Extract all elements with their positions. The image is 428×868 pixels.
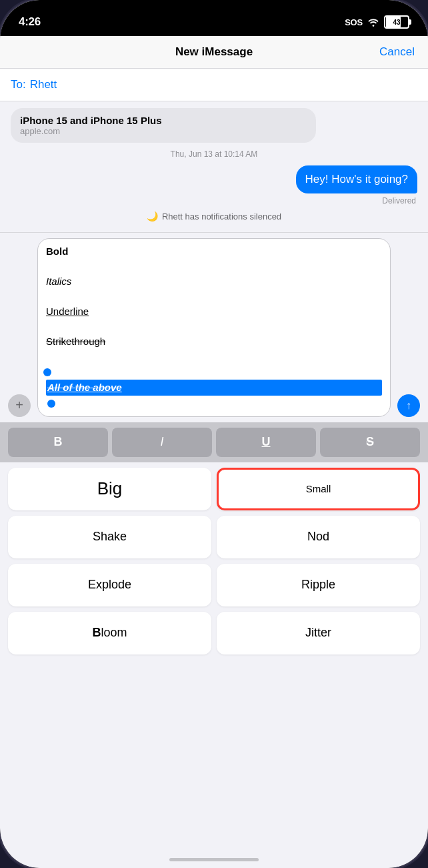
delivered-status: Delivered bbox=[11, 196, 417, 205]
text-line-strikethrough: Strikethrough bbox=[46, 334, 382, 350]
text-line-bold: Bold bbox=[46, 244, 382, 260]
phone-frame: 4:26 SOS 43 New iMessage Cancel To: bbox=[0, 0, 428, 868]
send-button[interactable]: ↑ bbox=[397, 394, 420, 417]
effect-nod-button[interactable]: Nod bbox=[217, 516, 420, 558]
nav-title: New iMessage bbox=[175, 45, 253, 59]
underline-format-label: U bbox=[262, 435, 271, 449]
bold-format-button[interactable]: B bbox=[8, 428, 108, 457]
effect-explode-label: Explode bbox=[88, 578, 131, 592]
battery-icon: 43 bbox=[384, 15, 409, 29]
to-field[interactable]: To: Rhett bbox=[0, 69, 428, 101]
format-toolbar: B I U S bbox=[0, 422, 428, 462]
cancel-button[interactable]: Cancel bbox=[379, 45, 415, 59]
italic-format-label: I bbox=[160, 435, 163, 449]
effect-ripple-button[interactable]: Ripple bbox=[217, 564, 420, 606]
notifications-silenced-notice: 🌙 Rhett has notifications silenced bbox=[11, 211, 417, 222]
cursor-end bbox=[47, 400, 55, 408]
sos-label: SOS bbox=[345, 17, 363, 27]
effect-shake-button[interactable]: Shake bbox=[8, 516, 211, 558]
text-line-italics: Italics bbox=[46, 274, 382, 290]
strikethrough-format-button[interactable]: S bbox=[320, 428, 420, 457]
text-line-all: All of the above bbox=[46, 380, 382, 396]
cursor-start bbox=[43, 368, 51, 376]
underline-format-button[interactable]: U bbox=[216, 428, 316, 457]
text-line-underline: Underline bbox=[46, 304, 382, 320]
silenced-text: Rhett has notifications silenced bbox=[162, 211, 281, 222]
effect-explode-button[interactable]: Explode bbox=[8, 564, 211, 606]
suggestion-title: iPhone 15 and iPhone 15 Plus bbox=[20, 115, 307, 126]
effects-grid: Big Small Shake Nod Explode Ripple bbox=[0, 462, 428, 660]
home-indicator bbox=[169, 858, 259, 861]
notch bbox=[172, 0, 256, 24]
chat-suggestion: iPhone 15 and iPhone 15 Plus apple.com bbox=[11, 108, 316, 143]
effect-ripple-label: Ripple bbox=[301, 578, 335, 592]
strikethrough-format-label: S bbox=[366, 435, 374, 449]
effect-bloom-label: Bloom bbox=[92, 626, 127, 640]
effect-big-label: Big bbox=[97, 478, 123, 499]
italic-format-button[interactable]: I bbox=[112, 428, 212, 457]
battery-level: 43 bbox=[393, 19, 400, 26]
effect-nod-label: Nod bbox=[307, 530, 329, 544]
plus-button[interactable]: + bbox=[8, 394, 31, 417]
input-area: + Bold Italics Underline Strikethrough A… bbox=[0, 232, 428, 422]
suggestion-subtitle: apple.com bbox=[20, 126, 307, 136]
effect-small-button[interactable]: Small bbox=[217, 468, 420, 510]
phone-screen: 4:26 SOS 43 New iMessage Cancel To: bbox=[0, 0, 428, 868]
message-text-content: Bold Italics Underline Strikethrough All… bbox=[46, 244, 382, 411]
effect-jitter-button[interactable]: Jitter bbox=[217, 612, 420, 655]
to-label: To: bbox=[11, 78, 26, 91]
bold-format-label: B bbox=[54, 435, 63, 449]
chat-area: iPhone 15 and iPhone 15 Plus apple.com T… bbox=[0, 101, 428, 232]
outgoing-message: Hey! How's it going? bbox=[11, 165, 417, 193]
message-input-box[interactable]: Bold Italics Underline Strikethrough All… bbox=[37, 238, 391, 417]
status-right-icons: SOS 43 bbox=[345, 15, 409, 29]
status-time: 4:26 bbox=[19, 15, 41, 29]
wifi-icon bbox=[367, 17, 379, 27]
effect-shake-label: Shake bbox=[93, 530, 127, 544]
chat-timestamp: Thu, Jun 13 at 10:14 AM bbox=[11, 149, 417, 159]
effect-jitter-label: Jitter bbox=[305, 626, 331, 640]
send-arrow-icon: ↑ bbox=[406, 400, 411, 411]
nav-header: New iMessage Cancel bbox=[0, 36, 428, 69]
recipient-name: Rhett bbox=[30, 78, 57, 91]
message-bubble: Hey! How's it going? bbox=[296, 165, 417, 193]
status-bar: 4:26 SOS 43 bbox=[0, 0, 428, 36]
effect-small-label: Small bbox=[306, 483, 331, 494]
effect-big-button[interactable]: Big bbox=[8, 468, 211, 510]
moon-icon: 🌙 bbox=[147, 211, 158, 222]
effect-bloom-button[interactable]: Bloom bbox=[8, 612, 211, 655]
